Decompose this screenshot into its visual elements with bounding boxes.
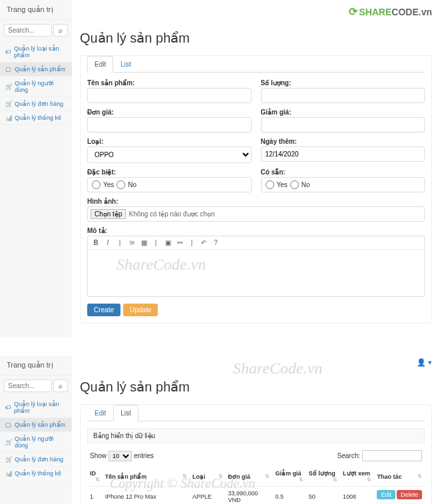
rich-editor: B I | ⁝≡ ▦ | ▣ ⚯ | ↶ ? bbox=[87, 236, 425, 297]
sidebar: Trang quản trị ⌕ 🏷Quản lý loại sản phẩm … bbox=[0, 356, 72, 504]
product-table: ID⇅Tên sản phẩm⇅Loại⇅Đơn giá⇅Giảm giá⇅Số… bbox=[87, 467, 425, 504]
user-menu[interactable]: 👤 ▾ bbox=[417, 358, 432, 367]
sidebar-search-input[interactable] bbox=[4, 379, 52, 392]
list-icon[interactable]: ⁝≡ bbox=[128, 239, 136, 246]
link-icon[interactable]: ⚯ bbox=[176, 239, 184, 246]
table-row: 1IPhone 12 Pro MaxAPPLE33,990,000 VNĐ0.5… bbox=[87, 487, 425, 505]
sort-icon: ⇅ bbox=[265, 473, 270, 479]
label-giam-gia: Giảm giá: bbox=[261, 109, 425, 116]
swirl-icon: ⟳ bbox=[349, 5, 357, 18]
sidebar-item-order[interactable]: 🛒Quản lý đơn hàng bbox=[0, 453, 72, 467]
help-icon[interactable]: ? bbox=[212, 239, 220, 246]
undo-icon[interactable]: ↶ bbox=[200, 239, 208, 246]
column-header[interactable]: Số lượng⇅ bbox=[306, 467, 340, 487]
sidebar-item-label: Quản lý thống kê bbox=[15, 115, 61, 121]
tab-list[interactable]: List bbox=[113, 405, 138, 421]
cell: 50 bbox=[306, 487, 340, 505]
tab-list[interactable]: List bbox=[113, 56, 138, 73]
column-header[interactable]: Loại⇅ bbox=[190, 467, 226, 487]
label-ngay-them: Ngày thêm: bbox=[261, 138, 425, 145]
pagesize-select[interactable]: 10 bbox=[109, 451, 132, 461]
main-content: ⟳ SHARECODE.vn Quản lý sản phẩm Edit Lis… bbox=[72, 0, 440, 337]
column-header[interactable]: Tên sản phẩm⇅ bbox=[103, 467, 190, 487]
search-icon[interactable]: ⌕ bbox=[53, 24, 68, 37]
update-button[interactable]: Update bbox=[123, 304, 158, 316]
cell: 1008 bbox=[340, 487, 374, 505]
label-dac-biet: Đặc biệt: bbox=[87, 168, 252, 176]
file-choose-button[interactable]: Chọn tệp bbox=[91, 209, 126, 219]
cart-icon: 🛒 bbox=[5, 439, 12, 445]
sidebar: Trang quản trị ⌕ 🏷Quản lý loại sản phẩm … bbox=[0, 0, 72, 337]
tabs: Edit List bbox=[87, 56, 425, 73]
sidebar-search-input[interactable] bbox=[4, 24, 52, 37]
cell: 1 bbox=[87, 487, 103, 505]
delete-button[interactable]: Delete bbox=[397, 490, 422, 499]
input-ten-sp[interactable] bbox=[87, 88, 252, 103]
sidebar-item-label: Quản lý đơn hàng bbox=[15, 101, 63, 107]
page-title: Quản lý sản phẩm bbox=[80, 379, 432, 395]
input-don-gia[interactable] bbox=[87, 117, 252, 132]
select-loai[interactable]: OPPO bbox=[87, 146, 252, 163]
sort-icon: ⇅ bbox=[95, 477, 100, 483]
radio-cosan-yes[interactable] bbox=[266, 180, 274, 189]
sort-icon: ⇅ bbox=[299, 477, 304, 483]
sidebar-item-category[interactable]: 🏷Quản lý loại sản phẩm bbox=[0, 397, 72, 418]
sidebar-item-label: Quản lý loại sản phẩm bbox=[14, 45, 67, 59]
image-icon[interactable]: ▣ bbox=[164, 239, 172, 246]
label-don-gia: Đơn giá: bbox=[87, 109, 252, 116]
search-icon[interactable]: ⌕ bbox=[53, 379, 68, 392]
sort-icon: ⇅ bbox=[417, 473, 422, 479]
bold-icon[interactable]: B bbox=[92, 239, 100, 246]
list-header: Bảng hiển thị dữ liệu bbox=[87, 428, 425, 443]
sidebar-item-label: Quản lý sản phẩm bbox=[15, 421, 65, 428]
action-cell: EditDelete bbox=[374, 487, 425, 503]
column-header[interactable]: Lượt xem⇅ bbox=[340, 467, 374, 487]
sidebar-item-user[interactable]: 🛒Quản lý người dùng bbox=[0, 432, 72, 453]
column-header[interactable]: Đơn giá⇅ bbox=[226, 467, 273, 487]
grid-icon[interactable]: ▦ bbox=[140, 239, 148, 246]
tab-edit[interactable]: Edit bbox=[87, 405, 113, 421]
square-icon: ▢ bbox=[5, 66, 12, 73]
file-input-row[interactable]: Chọn tệpKhông có tệp nào được chọn bbox=[87, 206, 425, 222]
column-header[interactable]: ID⇅ bbox=[87, 467, 103, 487]
tab-edit[interactable]: Edit bbox=[87, 56, 113, 73]
column-header[interactable]: Giảm giá⇅ bbox=[272, 467, 306, 487]
form-panel: Edit List Tên sản phẩm: Số lượng: Đơn gi… bbox=[80, 55, 432, 324]
create-button[interactable]: Create bbox=[87, 304, 120, 316]
radio-cosan-no[interactable] bbox=[290, 180, 299, 189]
cart-icon: 🛒 bbox=[5, 83, 12, 90]
label-so-luong: Số lượng: bbox=[261, 79, 425, 87]
sidebar-item-product[interactable]: ▢Quản lý sản phẩm bbox=[0, 418, 72, 432]
radio-dacbiet-no[interactable] bbox=[116, 180, 125, 189]
entries-control: Show 10 entries bbox=[90, 451, 154, 461]
tag-icon: 🏷 bbox=[5, 49, 11, 55]
column-header[interactable]: Thao tác⇅ bbox=[374, 467, 425, 487]
sidebar-item-label: Quản lý loại sản phẩm bbox=[14, 401, 67, 414]
search-label: Search: bbox=[337, 452, 360, 459]
edit-button[interactable]: Edit bbox=[377, 490, 395, 499]
input-ngay-them[interactable] bbox=[261, 146, 425, 162]
sidebar-item-category[interactable]: 🏷Quản lý loại sản phẩm bbox=[0, 42, 72, 63]
sidebar-item-stats[interactable]: 📊Quản lý thống kê bbox=[0, 111, 72, 125]
sidebar-item-stats[interactable]: 📊Quản lý thống kê bbox=[0, 467, 72, 481]
table-search-input[interactable] bbox=[362, 450, 422, 461]
radio-dacbiet-yes[interactable] bbox=[92, 180, 101, 189]
sidebar-item-label: Quản lý người dùng bbox=[15, 80, 67, 93]
italic-icon[interactable]: I bbox=[104, 239, 112, 246]
editor-body[interactable] bbox=[88, 250, 424, 296]
file-status: Không có tệp nào được chọn bbox=[128, 210, 214, 218]
sort-icon: ⇅ bbox=[182, 473, 187, 479]
brand-logo: ⟳ SHARECODE.vn bbox=[349, 5, 432, 18]
input-so-luong[interactable] bbox=[261, 88, 425, 103]
sidebar-title: Trang quản trị bbox=[0, 0, 72, 20]
sidebar-item-user[interactable]: 🛒Quản lý người dùng bbox=[0, 77, 72, 97]
square-icon: ▢ bbox=[5, 421, 12, 428]
divider: | bbox=[188, 239, 196, 246]
sidebar-item-product[interactable]: ▢Quản lý sản phẩm bbox=[0, 63, 72, 77]
sidebar-title: Trang quản trị bbox=[0, 356, 72, 376]
sidebar-item-order[interactable]: 🛒Quản lý đơn hàng bbox=[0, 97, 72, 111]
input-giam-gia[interactable] bbox=[261, 117, 425, 132]
tabs: Edit List bbox=[87, 405, 425, 421]
editor-toolbar: B I | ⁝≡ ▦ | ▣ ⚯ | ↶ ? bbox=[88, 236, 424, 250]
list-panel: Edit List Bảng hiển thị dữ liệu Show 10 … bbox=[80, 404, 432, 504]
